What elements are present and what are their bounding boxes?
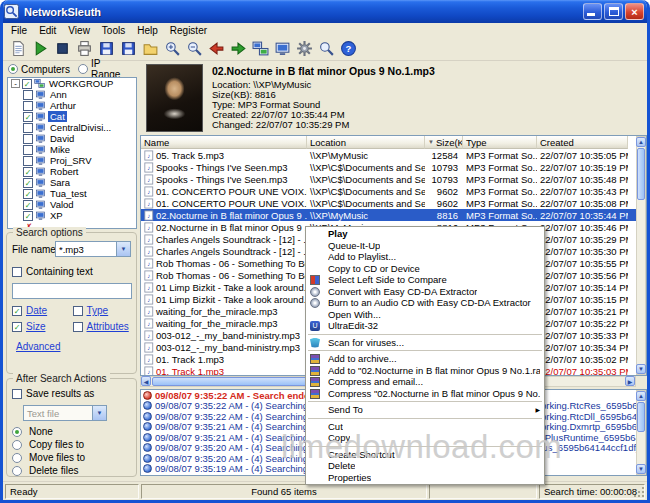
context-item-open-with-[interactable]: Open With... — [306, 309, 544, 321]
table-row[interactable]: ♪Spooks - Things I've Seen.mp3\\XP\C$\Do… — [141, 173, 646, 185]
context-item-ultraedit-32[interactable]: UltraEdit-32 — [306, 320, 544, 332]
checkbox-icon[interactable]: ✓ — [23, 178, 33, 188]
tree-item-sara[interactable]: ✓Sara — [8, 177, 136, 188]
column-header-location[interactable]: Location — [307, 136, 425, 149]
filter-link-date[interactable]: Date — [26, 305, 47, 316]
tree-item-cat[interactable]: ✓Cat — [8, 111, 136, 122]
filter-link-attributes[interactable]: Attributes — [87, 321, 129, 332]
stop-search-icon[interactable] — [51, 38, 73, 59]
zoom-in-icon[interactable] — [161, 38, 183, 59]
computers-radio[interactable]: Computers — [8, 62, 70, 76]
context-item-send-to[interactable]: Send To▶ — [306, 404, 544, 416]
menu-view[interactable]: View — [62, 25, 96, 36]
filter-link-size[interactable]: Size — [26, 321, 45, 332]
scroll-thumb[interactable] — [637, 148, 645, 200]
dropdown-icon[interactable]: ▼ — [116, 242, 130, 256]
context-item-add-to-playlist-[interactable]: Add to Playlist... — [306, 251, 544, 263]
scroll-right-icon[interactable]: ▶ — [625, 376, 635, 386]
tree-item-valod[interactable]: ✓Valod — [8, 199, 136, 210]
filter-checkbox[interactable]: ✓ — [12, 322, 22, 332]
scroll-up-icon[interactable]: ▲ — [636, 137, 646, 147]
context-item-queue-it-up[interactable]: Queue-It-Up — [306, 240, 544, 252]
log-vscrollbar[interactable]: ▲ ▼ — [636, 390, 646, 475]
containing-text-input[interactable] — [12, 283, 132, 299]
filter-checkbox[interactable]: ✓ — [12, 306, 22, 316]
context-item-add-to-archive-[interactable]: Add to archive... — [306, 353, 544, 365]
context-item-copy[interactable]: Copy — [306, 432, 544, 444]
after-option-delete-files[interactable]: Delete files — [12, 464, 134, 477]
containing-text-checkbox[interactable]: Containing text — [12, 266, 93, 277]
context-item-cut[interactable]: Cut — [306, 421, 544, 433]
new-search-icon[interactable] — [7, 38, 29, 59]
context-item-scan-for-viruses-[interactable]: Scan for viruses... — [306, 337, 544, 349]
column-header-created[interactable]: Created — [537, 136, 628, 149]
context-item-properties[interactable]: Properties — [306, 472, 544, 484]
context-item-burn-to-an-audio-cd-with-easy-[interactable]: Burn to an Audio CD with Easy CD-DA Extr… — [306, 297, 544, 309]
filter-checkbox[interactable] — [73, 322, 83, 332]
context-item-play[interactable]: Play — [306, 228, 544, 240]
save-results-checkbox[interactable]: Save results as — [12, 388, 94, 399]
scroll-left-icon[interactable]: ◀ — [141, 376, 151, 386]
radio-icon[interactable] — [12, 466, 22, 476]
table-row[interactable]: ♪01. CONCERTO POUR UNE VOIX.mp3\\XP\C$\D… — [141, 185, 646, 197]
table-row[interactable]: ♪01. CONCERTO POUR UNE VOIX.mp3\\XP\C$\D… — [141, 197, 646, 209]
after-option-none[interactable]: None — [12, 425, 134, 438]
tree-item-centraldivisi-[interactable]: CentralDivisi... — [8, 122, 136, 133]
radio-icon[interactable] — [12, 427, 22, 437]
context-item-select-left-side-to-compare[interactable]: Select Left Side to Compare — [306, 274, 544, 286]
checkbox-icon[interactable] — [23, 123, 33, 133]
title-bar[interactable]: NetworkSleuth × — [0, 0, 650, 23]
after-option-copy-files-to[interactable]: Copy files to — [12, 438, 134, 451]
checkbox-icon[interactable] — [23, 101, 33, 111]
tree-item-workgroup[interactable]: -✓WORKGROUP — [8, 78, 136, 89]
menu-register[interactable]: Register — [164, 25, 213, 36]
minimize-button[interactable] — [583, 3, 602, 20]
computer-tree[interactable]: -✓WORKGROUPAnnArthur✓CatCentralDivisi...… — [7, 77, 137, 229]
checkbox-icon[interactable]: ✓ — [23, 112, 33, 122]
save-results-icon[interactable] — [95, 38, 117, 59]
collapse-icon[interactable]: - — [11, 79, 20, 88]
scroll-thumb[interactable] — [637, 402, 645, 432]
start-search-icon[interactable] — [29, 38, 51, 59]
context-item-compress-02-nocturne-in-b-flat[interactable]: Compress "02.Nocturne in B flat minor Op… — [306, 388, 544, 400]
checkbox-icon[interactable] — [12, 267, 22, 277]
checkbox-icon[interactable]: ✓ — [23, 200, 33, 210]
radio-icon[interactable] — [78, 64, 88, 74]
print-icon[interactable] — [73, 38, 95, 59]
back-icon[interactable] — [205, 38, 227, 59]
tree-item-xp[interactable]: ✓XP — [8, 210, 136, 221]
file-name-combo[interactable]: *.mp3▼ — [55, 241, 131, 257]
checkbox-icon[interactable]: ✓ — [23, 189, 33, 199]
save-format-combo[interactable]: Text file▼ — [23, 405, 107, 421]
context-item-add-to-02-nocturne-in-b-flat-m[interactable]: Add to "02.Nocturne in B flat minor Opus… — [306, 365, 544, 377]
radio-icon[interactable] — [12, 440, 22, 450]
scroll-down-icon[interactable]: ▼ — [636, 364, 646, 374]
forward-icon[interactable] — [227, 38, 249, 59]
checkbox-icon[interactable] — [23, 90, 33, 100]
table-row[interactable]: ♪02.Nocturne in B flat minor Opus 9 ...\… — [141, 209, 646, 221]
table-vscrollbar[interactable]: ▲ ▼ — [636, 136, 646, 375]
filter-link-type[interactable]: Type — [87, 305, 109, 316]
checkbox-icon[interactable] — [23, 156, 33, 166]
open-folder-icon[interactable] — [139, 38, 161, 59]
context-item-copy-to-cd-or-device[interactable]: Copy to CD or Device — [306, 263, 544, 275]
maximize-button[interactable] — [604, 3, 623, 20]
radio-icon[interactable] — [8, 64, 18, 74]
menu-tools[interactable]: Tools — [96, 25, 131, 36]
column-header-type[interactable]: Type — [463, 136, 537, 149]
after-option-move-files-to[interactable]: Move files to — [12, 451, 134, 464]
context-item-compress-and-email-[interactable]: Compress and email... — [306, 376, 544, 388]
tree-item-robert[interactable]: ✓Robert — [8, 166, 136, 177]
tree-item-arthur[interactable]: Arthur — [8, 100, 136, 111]
checkbox-icon[interactable] — [23, 145, 33, 155]
tree-item-david[interactable]: David — [8, 133, 136, 144]
checkbox-icon[interactable] — [12, 389, 22, 399]
scroll-down-icon[interactable]: ▼ — [636, 464, 646, 474]
context-item-create-shortcut[interactable]: Create Shortcut — [306, 449, 544, 461]
checkbox-icon[interactable]: ✓ — [23, 211, 33, 221]
tree-item-mike[interactable]: Mike — [8, 144, 136, 155]
context-item-convert-with-easy-cd-da-extrac[interactable]: Convert with Easy CD-DA Extractor — [306, 286, 544, 298]
checkbox-icon[interactable] — [23, 134, 33, 144]
computer-icon[interactable] — [271, 38, 293, 59]
ip-range-radio[interactable]: IP Range — [78, 62, 132, 76]
